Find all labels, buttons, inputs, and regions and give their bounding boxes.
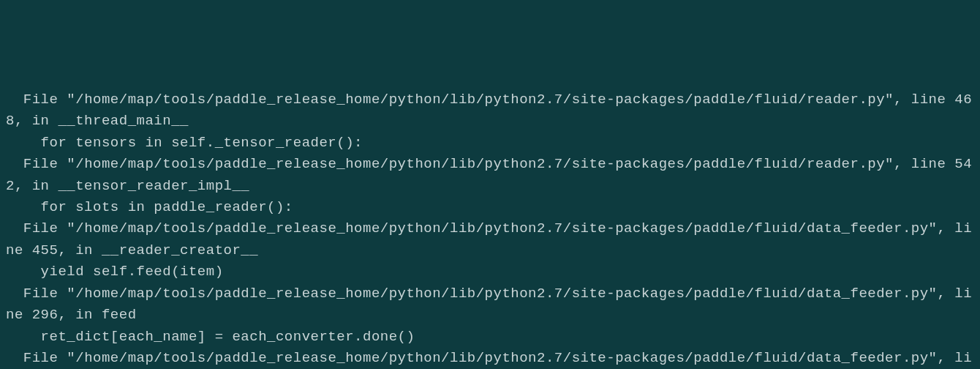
traceback-line: File "/home/map/tools/paddle_release_hom…: [6, 283, 974, 327]
traceback-line: File "/home/map/tools/paddle_release_hom…: [6, 348, 974, 369]
traceback-line: File "/home/map/tools/paddle_release_hom…: [6, 218, 974, 261]
traceback-line: File "/home/map/tools/paddle_release_hom…: [6, 89, 974, 133]
traceback-code-line: for tensors in self._tensor_reader():: [6, 133, 974, 154]
traceback-code-line: yield self.feed(item): [6, 261, 974, 283]
traceback-code-line: ret_dict[each_name] = each_converter.don…: [6, 327, 974, 348]
traceback-line: File "/home/map/tools/paddle_release_hom…: [6, 154, 974, 197]
traceback-code-line: for slots in paddle_reader():: [6, 197, 974, 218]
